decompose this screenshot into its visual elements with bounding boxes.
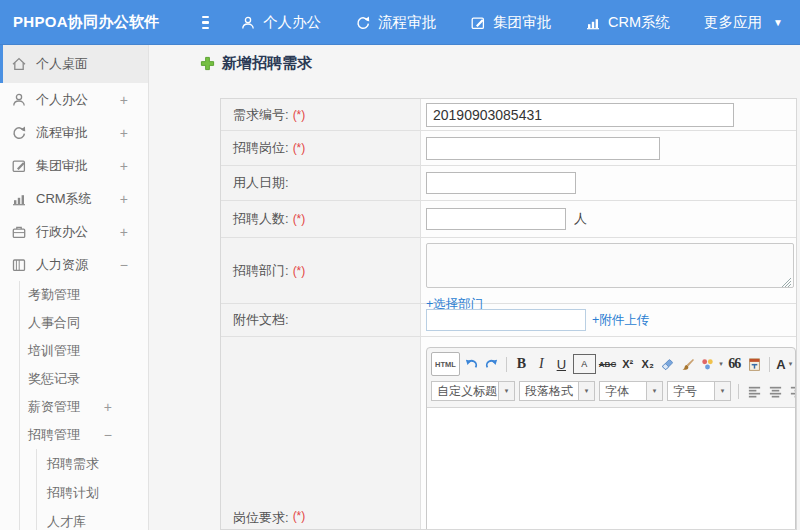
sidebar-item-admin-office[interactable]: 行政办公 +	[0, 215, 148, 248]
expand-plus-icon[interactable]: +	[120, 191, 128, 207]
required-mark: (*)	[293, 141, 306, 155]
custom-title-select[interactable]: 自定义标题 ▾	[431, 381, 515, 401]
sidebar-item-rewards[interactable]: 奖惩记录	[20, 365, 148, 393]
department-textarea[interactable]	[426, 243, 794, 288]
select-value: 字体	[600, 383, 646, 400]
font-family-select[interactable]: 字体 ▾	[599, 381, 663, 401]
field-value	[421, 166, 796, 200]
bold-button[interactable]: B	[513, 355, 530, 373]
attachment-upload-link[interactable]: +附件上传	[592, 312, 649, 329]
top-nav-crm-system[interactable]: CRM系统	[568, 13, 687, 32]
undo-icon[interactable]	[463, 355, 480, 373]
demand-no-input[interactable]	[426, 103, 734, 127]
sidebar-item-recruitment[interactable]: 招聘管理 −	[20, 421, 148, 449]
top-nav-group-approval[interactable]: 集团审批	[453, 13, 568, 32]
sidebar-item-crm[interactable]: CRM系统 +	[0, 182, 148, 215]
field-value: +选择部门	[421, 238, 796, 303]
field-value: +附件上传	[421, 304, 796, 336]
collapse-minus-icon[interactable]: −	[120, 257, 128, 273]
expand-plus-icon[interactable]: +	[120, 158, 128, 174]
sidebar: 个人桌面 个人办公 + 流程审批 + 集团审批 + CRM系统 + 行政办公 +	[0, 45, 149, 530]
sidebar-item-label: 流程审批	[36, 124, 88, 142]
field-value: 人	[421, 201, 796, 237]
field-value: HTML B I U A ABC X² X	[421, 337, 796, 530]
font-color-button[interactable]: A ▾	[776, 355, 793, 373]
sidebar-item-workflow-approval[interactable]: 流程审批 +	[0, 116, 148, 149]
hamburger-menu-icon[interactable]	[202, 16, 209, 30]
strikethrough-button[interactable]: ABC	[599, 355, 616, 373]
expand-plus-icon[interactable]: +	[120, 125, 128, 141]
top-nav-personal-office[interactable]: 个人办公	[223, 13, 338, 32]
headcount-input[interactable]	[426, 208, 566, 230]
blockquote-button[interactable]: 66	[726, 355, 743, 373]
sidebar-item-desktop[interactable]: 个人桌面	[0, 45, 148, 83]
color-palette-icon[interactable]	[699, 355, 716, 373]
eraser-icon[interactable]	[659, 355, 676, 373]
attachment-input[interactable]	[426, 309, 586, 331]
sidebar-hr-submenu: 考勤管理 人事合同 培训管理 奖惩记录 薪资管理 + 招聘管理 − 招聘需求 招…	[19, 281, 148, 530]
align-right-icon[interactable]	[788, 382, 795, 400]
bar-chart-icon	[585, 15, 601, 31]
bar-chart-icon	[11, 191, 27, 207]
flow-icon	[355, 15, 371, 31]
editor-toolbar-row2: 自定义标题 ▾ 段落格式 ▾ 字体 ▾ 字号 ▾	[427, 378, 795, 407]
sidebar-item-label: 集团审批	[36, 157, 88, 175]
font-size-select[interactable]: 字号 ▾	[667, 381, 731, 401]
home-icon	[11, 56, 27, 72]
sidebar-item-talent-pool[interactable]: 人才库	[37, 507, 148, 530]
sidebar-item-label: 人才库	[47, 513, 86, 530]
editor-content-area[interactable]	[427, 407, 795, 530]
sidebar-item-hr-contract[interactable]: 人事合同	[20, 309, 148, 337]
expand-plus-icon[interactable]: +	[120, 224, 128, 240]
align-left-icon[interactable]	[746, 382, 763, 400]
sidebar-item-recruit-demand[interactable]: 招聘需求	[37, 449, 148, 478]
chevron-down-icon[interactable]: ▾	[719, 360, 723, 368]
field-value	[421, 99, 796, 130]
collapse-minus-icon[interactable]: −	[104, 427, 112, 443]
form-row-position: 招聘岗位: (*)	[221, 131, 796, 166]
sidebar-item-hr[interactable]: 人力资源 −	[0, 248, 148, 281]
user-icon	[240, 15, 256, 31]
sidebar-item-recruit-plan[interactable]: 招聘计划	[37, 478, 148, 507]
sidebar-item-training[interactable]: 培训管理	[20, 337, 148, 365]
superscript-button[interactable]: X²	[619, 355, 636, 373]
sidebar-item-salary[interactable]: 薪资管理 +	[20, 393, 148, 421]
paste-icon[interactable]	[746, 355, 763, 373]
subscript-button[interactable]: X₂	[639, 355, 656, 373]
format-brush-icon[interactable]	[679, 355, 696, 373]
top-nav-more-apps[interactable]: 更多应用 ▼	[687, 13, 800, 32]
underline-button[interactable]: U	[553, 355, 570, 373]
paragraph-format-select[interactable]: 段落格式 ▾	[519, 381, 595, 401]
expand-plus-icon[interactable]: +	[120, 92, 128, 108]
edit-icon	[470, 15, 486, 31]
required-mark: (*)	[293, 264, 306, 278]
sidebar-item-personal-office[interactable]: 个人办公 +	[0, 83, 148, 116]
briefcase-icon	[11, 224, 27, 240]
chevron-down-icon: ▾	[714, 382, 730, 400]
sidebar-item-group-approval[interactable]: 集团审批 +	[0, 149, 148, 182]
redo-icon[interactable]	[483, 355, 500, 373]
hire-date-input[interactable]	[426, 172, 576, 194]
label-text: 用人日期:	[233, 174, 289, 192]
required-mark: (*)	[293, 509, 306, 523]
position-input[interactable]	[426, 137, 660, 160]
form-row-requirements: 岗位要求: (*) HTML B I	[221, 337, 796, 530]
top-nav-workflow-approval[interactable]: 流程审批	[338, 13, 453, 32]
font-style-button[interactable]: A	[573, 354, 596, 374]
expand-plus-icon[interactable]: +	[104, 399, 112, 415]
add-plus-icon	[200, 56, 215, 71]
field-label: 招聘人数: (*)	[221, 201, 421, 237]
field-label: 招聘岗位: (*)	[221, 131, 421, 165]
sidebar-item-attendance[interactable]: 考勤管理	[20, 281, 148, 309]
field-label: 招聘部门: (*)	[221, 238, 421, 303]
html-source-button[interactable]: HTML	[431, 352, 460, 376]
edit-icon	[11, 158, 27, 174]
label-text: 附件文档:	[233, 311, 289, 329]
align-center-icon[interactable]	[767, 382, 784, 400]
top-nav-label: 流程审批	[378, 13, 436, 32]
chevron-down-icon: ▾	[646, 382, 662, 400]
field-label: 附件文档:	[221, 304, 421, 336]
italic-button[interactable]: I	[533, 355, 550, 373]
top-nav-label: 更多应用	[704, 13, 762, 32]
sidebar-item-label: 招聘需求	[47, 455, 99, 473]
